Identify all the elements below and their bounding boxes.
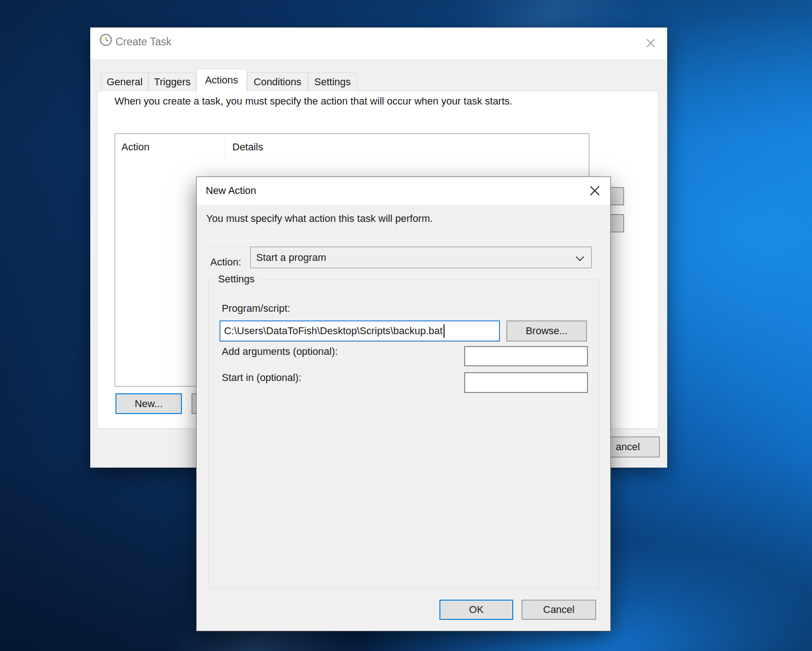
new-action-dialog: New Action You must specify what action … bbox=[196, 177, 611, 631]
create-task-titlebar: Create Task bbox=[90, 28, 667, 59]
program-script-label: Program/script: bbox=[222, 303, 290, 314]
window-close-button[interactable] bbox=[642, 34, 660, 52]
chevron-down-icon bbox=[576, 253, 584, 261]
column-separator bbox=[225, 134, 225, 160]
dialog-message: You must specify what action this task w… bbox=[206, 213, 433, 225]
program-script-input[interactable]: C:\Users\DataToFish\Desktop\Scripts\back… bbox=[219, 320, 500, 342]
tab-conditions[interactable]: Conditions bbox=[247, 72, 308, 91]
program-script-value: C:\Users\DataToFish\Desktop\Scripts\back… bbox=[224, 325, 443, 337]
ok-button[interactable]: OK bbox=[439, 600, 513, 620]
settings-group-label: Settings bbox=[215, 273, 258, 285]
close-icon bbox=[645, 38, 656, 49]
tab-general[interactable]: General bbox=[101, 72, 148, 91]
task-clock-icon bbox=[99, 33, 112, 46]
action-label: Action: bbox=[210, 252, 241, 273]
desktop-wallpaper: Create Task General Triggers Actions Con… bbox=[0, 0, 812, 651]
column-header-details[interactable]: Details bbox=[232, 141, 263, 153]
tab-triggers[interactable]: Triggers bbox=[148, 72, 196, 91]
start-in-label: Start in (optional): bbox=[222, 372, 302, 384]
browse-button[interactable]: Browse... bbox=[506, 320, 587, 342]
new-action-titlebar: New Action bbox=[197, 177, 610, 204]
tab-settings[interactable]: Settings bbox=[308, 72, 357, 91]
close-icon bbox=[589, 185, 600, 196]
separator-line bbox=[207, 240, 599, 241]
actions-instruction-text: When you create a task, you must specify… bbox=[115, 95, 512, 107]
tab-actions[interactable]: Actions bbox=[196, 69, 247, 91]
text-caret bbox=[444, 324, 444, 338]
dialog-close-button[interactable] bbox=[585, 182, 605, 200]
cancel-button[interactable]: Cancel bbox=[521, 600, 596, 620]
add-arguments-input[interactable] bbox=[464, 346, 588, 366]
window-title: Create Task bbox=[115, 36, 171, 48]
column-header-action[interactable]: Action bbox=[121, 141, 149, 153]
new-action-button[interactable]: New... bbox=[115, 393, 182, 414]
actions-list-header: Action Details bbox=[115, 134, 589, 160]
start-in-input[interactable] bbox=[464, 372, 588, 393]
dialog-title: New Action bbox=[206, 185, 256, 197]
action-type-dropdown[interactable]: Start a program bbox=[250, 247, 592, 268]
action-type-selected-value: Start a program bbox=[256, 252, 326, 264]
add-arguments-label: Add arguments (optional): bbox=[222, 346, 338, 358]
